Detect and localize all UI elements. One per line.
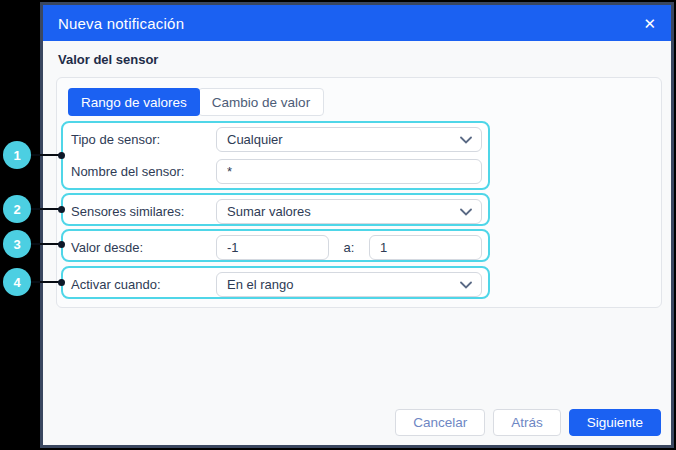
callout-dot-4 bbox=[58, 279, 65, 286]
group-trigger-when: Activar cuando: En el rango bbox=[61, 266, 490, 299]
chevron-down-icon bbox=[460, 208, 472, 216]
tab-bar: Rango de valores Cambio de valor bbox=[68, 88, 324, 116]
callout-dot-3 bbox=[58, 241, 65, 248]
value-to-input[interactable] bbox=[369, 235, 482, 260]
callout-dot-2 bbox=[58, 206, 65, 213]
dialog-body: Valor del sensor Rango de valores Cambio… bbox=[43, 41, 671, 445]
sensor-value-panel: Rango de valores Cambio de valor Tipo de… bbox=[56, 77, 662, 308]
trigger-when-value: En el rango bbox=[227, 277, 294, 292]
similar-sensors-value: Sumar valores bbox=[227, 204, 311, 219]
tab-value-change[interactable]: Cambio de valor bbox=[198, 88, 324, 116]
chevron-down-icon bbox=[460, 136, 472, 144]
sensor-name-input[interactable] bbox=[216, 159, 482, 184]
sensor-type-label: Tipo de sensor: bbox=[71, 132, 216, 147]
screenshot-stage: Nueva notificación ✕ Valor del sensor Ra… bbox=[0, 0, 676, 450]
chevron-down-icon bbox=[460, 281, 472, 289]
trigger-when-select[interactable]: En el rango bbox=[216, 272, 482, 297]
sensor-type-value: Cualquier bbox=[227, 132, 283, 147]
callout-dot-1 bbox=[58, 152, 65, 159]
next-button[interactable]: Siguiente bbox=[569, 409, 661, 436]
callout-badge-3: 3 bbox=[3, 230, 31, 258]
tab-label: Cambio de valor bbox=[212, 95, 310, 110]
group-sensor-identity: Tipo de sensor: Cualquier Nombre del sen… bbox=[61, 121, 490, 190]
value-range-controls: a: bbox=[216, 235, 482, 260]
similar-sensors-select[interactable]: Sumar valores bbox=[216, 199, 482, 224]
value-from-input[interactable] bbox=[216, 235, 329, 260]
callout-badge-1: 1 bbox=[3, 141, 31, 169]
dialog-titlebar: Nueva notificación ✕ bbox=[43, 5, 671, 41]
back-button[interactable]: Atrás bbox=[493, 409, 561, 436]
sensor-name-label: Nombre del sensor: bbox=[71, 164, 216, 179]
row-sensor-name: Nombre del sensor: bbox=[63, 155, 488, 187]
value-from-label: Valor desde: bbox=[71, 240, 216, 255]
callout-badge-4: 4 bbox=[3, 268, 31, 296]
tab-value-range[interactable]: Rango de valores bbox=[68, 88, 200, 116]
cancel-button[interactable]: Cancelar bbox=[395, 409, 485, 436]
row-sensor-type: Tipo de sensor: Cualquier bbox=[63, 123, 488, 155]
callout-badge-2: 2 bbox=[3, 195, 31, 223]
new-notification-dialog: Nueva notificación ✕ Valor del sensor Ra… bbox=[40, 2, 674, 448]
value-to-label: a: bbox=[340, 240, 359, 255]
similar-sensors-label: Sensores similares: bbox=[71, 204, 216, 219]
row-similar-sensors: Sensores similares: Sumar valores bbox=[63, 195, 488, 228]
sensor-type-select[interactable]: Cualquier bbox=[216, 127, 482, 152]
tab-label: Rango de valores bbox=[81, 95, 187, 110]
row-value-range: Valor desde: a: bbox=[63, 231, 488, 264]
section-heading: Valor del sensor bbox=[58, 52, 158, 67]
close-icon[interactable]: ✕ bbox=[643, 16, 656, 31]
group-similar-sensors: Sensores similares: Sumar valores bbox=[61, 193, 490, 226]
group-value-range: Valor desde: a: bbox=[61, 229, 490, 262]
dialog-title: Nueva notificación bbox=[58, 15, 184, 32]
dialog-footer: Cancelar Atrás Siguiente bbox=[395, 409, 661, 436]
row-trigger-when: Activar cuando: En el rango bbox=[63, 268, 488, 301]
trigger-when-label: Activar cuando: bbox=[71, 277, 216, 292]
